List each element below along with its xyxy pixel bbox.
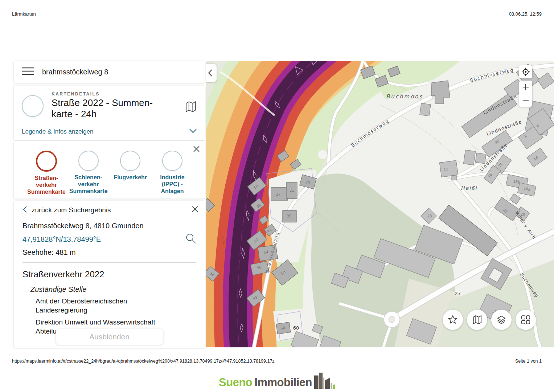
result-elevation: Seehöhe: 481 m — [22, 248, 196, 257]
map-icon[interactable] — [185, 100, 197, 119]
info-heading: Straßenverkehr 2022 — [22, 269, 196, 279]
layers-button[interactable] — [491, 310, 512, 330]
close-icon[interactable] — [193, 146, 200, 154]
zoom-in-button[interactable] — [519, 81, 532, 94]
back-to-results-link[interactable]: zurück zum Suchergebnis — [32, 206, 111, 214]
category-schienenverkehr[interactable]: Schienen- verkehr Summenkarte — [68, 151, 109, 199]
info-subheading: Zuständige Stelle — [30, 285, 196, 294]
map-style-circle[interactable] — [22, 95, 44, 117]
category-industrie[interactable]: Industrie (IPPC) - Anlagen — [152, 151, 193, 199]
brand-name-primary: Sueno — [219, 376, 252, 389]
svg-text:60: 60 — [293, 325, 299, 331]
details-section-label: KARTENDETAILS — [52, 91, 153, 97]
star-icon — [447, 314, 458, 325]
locate-icon — [521, 68, 530, 76]
svg-text:28: 28 — [427, 214, 432, 218]
info-org1: Amt der Oberösterreichischen Landesregie… — [36, 297, 196, 315]
locate-button[interactable] — [519, 65, 532, 78]
search-card: brahmsstöckelweg 8 — [14, 61, 205, 83]
category-selector-card: Straßen- verkehr Summenkarte Schienen- v… — [14, 141, 205, 199]
svg-text:31: 31 — [290, 188, 294, 192]
noise-map[interactable]: 50 39 37 31 29 41 35 52 54 56 58 34 59 6… — [206, 61, 554, 347]
map-title: Straße 2022 - Summen- karte - 24h — [52, 97, 153, 119]
category-circle[interactable] — [162, 151, 182, 171]
svg-text:Heißl: Heißl — [461, 185, 477, 191]
svg-text:60: 60 — [280, 326, 285, 330]
map-feature-circle — [318, 150, 327, 159]
category-flugverkehr[interactable]: Flugverkehr — [110, 151, 151, 199]
category-circle[interactable] — [120, 151, 140, 171]
svg-text:35: 35 — [287, 214, 292, 218]
hide-button[interactable]: Ausblenden — [56, 329, 163, 345]
map-tool-buttons — [443, 310, 536, 330]
search-input[interactable]: brahmsstöckelweg 8 — [42, 68, 108, 76]
zoom-out-button[interactable] — [519, 94, 532, 107]
favorites-button[interactable] — [443, 310, 463, 330]
print-url: https://maps.laerminfo.at/#/cstrasse22_2… — [12, 359, 275, 364]
category-strassenverkehr[interactable]: Straßen- verkehr Summenkarte — [26, 151, 67, 199]
chevron-down-icon[interactable] — [189, 128, 197, 135]
svg-text:Buchmoos: Buchmoos — [386, 93, 423, 100]
print-title: Lärmkarten — [12, 11, 36, 17]
print-datetime: 08.06.25, 12:59 — [509, 11, 542, 17]
menu-icon[interactable] — [22, 66, 34, 77]
minus-icon — [522, 96, 530, 104]
print-page: Lärmkarten 08.06.25, 12:59 brahmsstöckel… — [0, 0, 554, 392]
search-icon[interactable] — [185, 233, 196, 245]
plus-icon — [522, 83, 530, 91]
layers-icon — [496, 314, 507, 325]
print-page-number: Seite 1 von 1 — [515, 359, 542, 364]
map-icon — [472, 314, 483, 325]
svg-text:27: 27 — [455, 291, 461, 296]
svg-text:11: 11 — [444, 168, 448, 172]
panel-collapse-button[interactable] — [206, 64, 217, 82]
result-coordinates[interactable]: 47,91828°N/13,78499°E — [22, 235, 101, 244]
svg-text:54: 54 — [263, 250, 268, 254]
svg-text:37: 37 — [276, 192, 281, 196]
legend-toggle-link[interactable]: Legende & Infos anzeigen — [22, 128, 94, 135]
grid-icon — [520, 314, 531, 325]
brand-name-secondary: Immobilien — [254, 376, 312, 389]
apps-button[interactable] — [516, 310, 536, 330]
search-result-card: zurück zum Suchergebnis Brahmsstöckelweg… — [14, 201, 205, 348]
brand-buildings-icon — [314, 372, 335, 389]
result-address: Brahmsstöckelweg 8, 4810 Gmunden — [22, 222, 196, 230]
map-details-card: KARTENDETAILS Straße 2022 - Summen- kart… — [14, 86, 205, 140]
zoom-controls — [519, 81, 532, 107]
divider — [22, 262, 196, 263]
basemap-button[interactable] — [467, 310, 487, 330]
noise-map-canvas[interactable]: 50 39 37 31 29 41 35 52 54 56 58 34 59 6… — [206, 61, 554, 347]
brand-logo: Sueno Immobilien — [0, 372, 554, 389]
close-icon[interactable] — [192, 206, 198, 214]
category-circle[interactable] — [36, 151, 57, 172]
category-circle[interactable] — [78, 151, 99, 171]
svg-text:15: 15 — [431, 95, 436, 99]
chevron-left-icon[interactable] — [22, 206, 27, 215]
